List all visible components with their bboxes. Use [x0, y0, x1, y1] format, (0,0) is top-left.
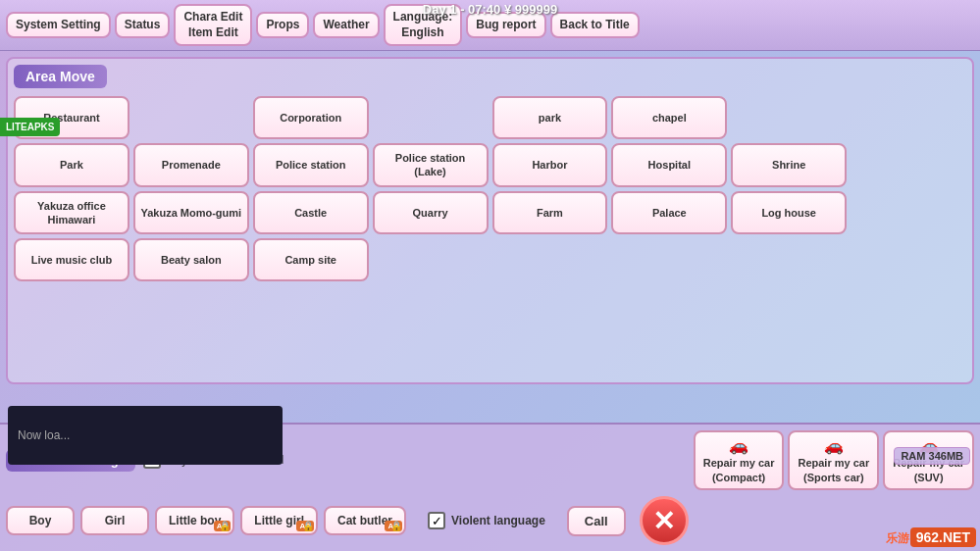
location-empty3: [731, 96, 847, 139]
liteapks-badge: LITEAPKS: [0, 118, 60, 136]
repair-sports-label: Repair my car(Sports car): [798, 457, 869, 482]
location-empty6: [851, 191, 966, 235]
girl-label: Girl: [105, 514, 126, 527]
boy-label: Boy: [29, 514, 52, 527]
location-quarry[interactable]: Quarry: [373, 191, 489, 235]
location-promenade[interactable]: Promenade: [133, 143, 249, 187]
location-empty8: [492, 238, 608, 281]
now-loading-text: Now loa...: [18, 428, 70, 442]
location-empty10: [731, 238, 847, 281]
location-live-music-club[interactable]: Live music club: [14, 238, 129, 281]
location-empty9: [611, 238, 727, 281]
location-log-house[interactable]: Log house: [731, 191, 847, 235]
location-yakuza-momo[interactable]: Yakuza Momo-gumi: [133, 191, 249, 235]
top-bar: Day 1 - 07:40 ¥ 999999 System Setting St…: [0, 0, 980, 51]
chara-edit-button[interactable]: Chara Edit Item Edit: [174, 4, 252, 46]
little-boy-button[interactable]: Little boy AD: [155, 506, 234, 535]
watermark-962: 962.NET: [910, 527, 976, 547]
location-farm[interactable]: Farm: [492, 191, 608, 235]
location-empty11: [851, 238, 966, 281]
cat-butler-button[interactable]: Cat butler AD: [324, 506, 406, 535]
location-beaty-salon[interactable]: Beaty salon: [133, 238, 249, 281]
location-shrine[interactable]: Shrine: [731, 143, 847, 187]
status-button[interactable]: Status: [115, 12, 171, 39]
location-empty5: [851, 143, 966, 187]
now-loading-bar: Now loa...: [8, 406, 283, 465]
location-empty2: [373, 96, 489, 139]
location-park-loc[interactable]: park: [492, 96, 608, 139]
violent-lang-area[interactable]: ✓ Violent language: [428, 512, 545, 529]
girl-button[interactable]: Girl: [80, 506, 149, 535]
location-empty1: [133, 96, 249, 139]
ad-badge-little-boy: AD: [214, 521, 232, 531]
props-button[interactable]: Props: [256, 12, 309, 39]
location-park2[interactable]: Park: [14, 143, 129, 187]
location-police-station[interactable]: Police station: [253, 143, 369, 187]
location-chapel[interactable]: chapel: [611, 96, 727, 139]
car-icon-2: 🚗: [824, 437, 844, 454]
back-to-title-button[interactable]: Back to Title: [550, 12, 640, 39]
system-setting-button[interactable]: System Setting: [6, 12, 111, 39]
char-row: Boy Girl Little boy AD Little girl AD Ca…: [6, 496, 974, 545]
violent-language-label: Violent language: [451, 514, 545, 527]
ram-label: RAM 346MB: [901, 450, 963, 462]
car-icon: 🚗: [729, 437, 748, 454]
ram-info: RAM 346MB: [894, 447, 970, 465]
location-police-station-lake[interactable]: Police station (Lake): [373, 143, 489, 187]
location-empty7: [373, 238, 489, 281]
location-empty4: [851, 96, 966, 139]
repair-compact-button[interactable]: 🚗 Repair my car(Compact): [694, 430, 785, 490]
weather-button[interactable]: Weather: [313, 12, 379, 39]
violent-language-checkbox[interactable]: ✓: [428, 512, 445, 529]
close-icon: ✕: [652, 505, 675, 537]
ad-badge-little-girl: AD: [296, 521, 314, 531]
location-corporation[interactable]: Corporation: [253, 96, 369, 139]
day-info: Day 1 - 07:40 ¥ 999999: [423, 2, 557, 17]
ad-badge-cat-butler: AD: [385, 521, 402, 531]
location-camp-site[interactable]: Camp site: [253, 238, 369, 281]
location-castle[interactable]: Castle: [253, 191, 369, 235]
close-button[interactable]: ✕: [640, 496, 689, 545]
call-button[interactable]: Call: [567, 506, 626, 536]
location-palace[interactable]: Palace: [611, 191, 727, 235]
location-hospital[interactable]: Hospital: [611, 143, 727, 187]
little-girl-button[interactable]: Little girl AD: [240, 506, 318, 535]
location-harbor[interactable]: Harbor: [492, 143, 608, 187]
area-panel: Area Move RestaurantCorporationparkchape…: [6, 57, 974, 384]
repair-sports-button[interactable]: 🚗 Repair my car(Sports car): [788, 430, 879, 490]
location-yakuza-himawari[interactable]: Yakuza office Himawari: [14, 191, 129, 235]
location-grid: RestaurantCorporationparkchapelParkProme…: [14, 96, 966, 281]
repair-compact-label: Repair my car(Compact): [703, 457, 775, 482]
area-move-title: Area Move: [14, 65, 107, 88]
boy-button[interactable]: Boy: [6, 506, 75, 535]
